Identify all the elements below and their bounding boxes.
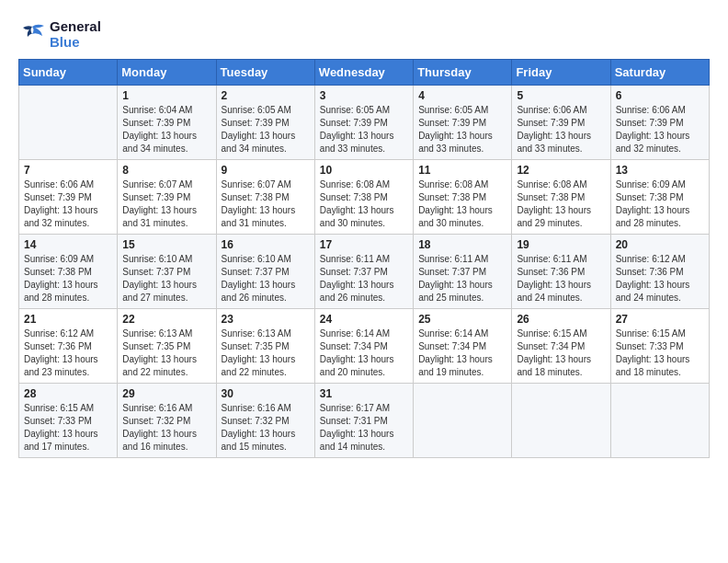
day-info: Sunrise: 6:05 AM Sunset: 7:39 PM Dayligh…: [320, 104, 408, 155]
day-number: 25: [418, 313, 506, 326]
day-info: Sunrise: 6:17 AM Sunset: 7:31 PM Dayligh…: [320, 402, 408, 454]
day-info: Sunrise: 6:13 AM Sunset: 7:35 PM Dayligh…: [122, 327, 210, 379]
day-number: 14: [24, 238, 112, 251]
calendar-cell: [610, 384, 709, 458]
day-number: 1: [122, 89, 210, 102]
day-info: Sunrise: 6:08 AM Sunset: 7:38 PM Dayligh…: [320, 178, 408, 230]
calendar-body: 1Sunrise: 6:04 AM Sunset: 7:39 PM Daylig…: [19, 86, 710, 458]
calendar-cell: 23Sunrise: 6:13 AM Sunset: 7:35 PM Dayli…: [216, 309, 314, 384]
calendar-cell: 2Sunrise: 6:05 AM Sunset: 7:39 PM Daylig…: [216, 86, 314, 160]
calendar-cell: 22Sunrise: 6:13 AM Sunset: 7:35 PM Dayli…: [118, 309, 216, 384]
day-info: Sunrise: 6:12 AM Sunset: 7:36 PM Dayligh…: [24, 327, 112, 379]
day-number: 2: [222, 89, 310, 102]
day-number: 17: [320, 238, 408, 251]
calendar-cell: 20Sunrise: 6:12 AM Sunset: 7:36 PM Dayli…: [610, 235, 709, 309]
day-number: 8: [122, 164, 210, 177]
day-info: Sunrise: 6:09 AM Sunset: 7:38 PM Dayligh…: [616, 178, 704, 230]
calendar-cell: 28Sunrise: 6:15 AM Sunset: 7:33 PM Dayli…: [19, 384, 118, 458]
column-header-saturday: Saturday: [610, 60, 709, 86]
calendar-cell: 15Sunrise: 6:10 AM Sunset: 7:37 PM Dayli…: [118, 235, 216, 309]
day-info: Sunrise: 6:04 AM Sunset: 7:39 PM Dayligh…: [122, 104, 210, 155]
day-number: 7: [24, 164, 112, 177]
column-header-thursday: Thursday: [414, 60, 512, 86]
calendar-cell: 16Sunrise: 6:10 AM Sunset: 7:37 PM Dayli…: [216, 235, 314, 309]
column-header-friday: Friday: [512, 60, 610, 86]
calendar-cell: 29Sunrise: 6:16 AM Sunset: 7:32 PM Dayli…: [118, 384, 216, 458]
calendar-cell: 10Sunrise: 6:08 AM Sunset: 7:38 PM Dayli…: [314, 160, 413, 235]
day-number: 15: [122, 238, 210, 251]
column-header-tuesday: Tuesday: [216, 60, 314, 86]
day-info: Sunrise: 6:14 AM Sunset: 7:34 PM Dayligh…: [418, 327, 506, 379]
day-info: Sunrise: 6:15 AM Sunset: 7:33 PM Dayligh…: [616, 327, 704, 379]
day-number: 24: [320, 313, 408, 326]
day-number: 13: [616, 164, 704, 177]
calendar-header-row: SundayMondayTuesdayWednesdayThursdayFrid…: [19, 60, 710, 86]
day-info: Sunrise: 6:11 AM Sunset: 7:37 PM Dayligh…: [320, 253, 408, 304]
day-info: Sunrise: 6:09 AM Sunset: 7:38 PM Dayligh…: [24, 253, 112, 304]
logo-text: General Blue: [50, 18, 101, 50]
day-number: 3: [320, 89, 408, 102]
day-number: 30: [222, 387, 310, 400]
day-number: 20: [616, 238, 704, 251]
page-header: General Blue: [18, 18, 710, 50]
calendar-cell: 11Sunrise: 6:08 AM Sunset: 7:38 PM Dayli…: [414, 160, 512, 235]
day-info: Sunrise: 6:16 AM Sunset: 7:32 PM Dayligh…: [222, 402, 310, 454]
calendar-cell: 27Sunrise: 6:15 AM Sunset: 7:33 PM Dayli…: [610, 309, 709, 384]
calendar-cell: [414, 384, 512, 458]
day-number: 11: [418, 164, 506, 177]
calendar-cell: [512, 384, 610, 458]
day-info: Sunrise: 6:15 AM Sunset: 7:33 PM Dayligh…: [24, 402, 112, 454]
calendar-cell: 7Sunrise: 6:06 AM Sunset: 7:39 PM Daylig…: [19, 160, 118, 235]
day-info: Sunrise: 6:08 AM Sunset: 7:38 PM Dayligh…: [517, 178, 605, 230]
column-header-monday: Monday: [118, 60, 216, 86]
calendar-cell: [19, 86, 118, 160]
day-number: 19: [517, 238, 605, 251]
calendar-week-row: 28Sunrise: 6:15 AM Sunset: 7:33 PM Dayli…: [19, 384, 710, 458]
calendar-cell: 25Sunrise: 6:14 AM Sunset: 7:34 PM Dayli…: [414, 309, 512, 384]
day-info: Sunrise: 6:14 AM Sunset: 7:34 PM Dayligh…: [320, 327, 408, 379]
day-info: Sunrise: 6:15 AM Sunset: 7:34 PM Dayligh…: [517, 327, 605, 379]
calendar-cell: 9Sunrise: 6:07 AM Sunset: 7:38 PM Daylig…: [216, 160, 314, 235]
day-number: 26: [517, 313, 605, 326]
day-info: Sunrise: 6:06 AM Sunset: 7:39 PM Dayligh…: [616, 104, 704, 155]
day-number: 23: [222, 313, 310, 326]
calendar-cell: 26Sunrise: 6:15 AM Sunset: 7:34 PM Dayli…: [512, 309, 610, 384]
calendar-cell: 3Sunrise: 6:05 AM Sunset: 7:39 PM Daylig…: [314, 86, 413, 160]
column-header-sunday: Sunday: [19, 60, 118, 86]
day-number: 16: [222, 238, 310, 251]
calendar-cell: 24Sunrise: 6:14 AM Sunset: 7:34 PM Dayli…: [314, 309, 413, 384]
day-number: 10: [320, 164, 408, 177]
calendar-cell: 17Sunrise: 6:11 AM Sunset: 7:37 PM Dayli…: [314, 235, 413, 309]
day-number: 18: [418, 238, 506, 251]
calendar-cell: 4Sunrise: 6:05 AM Sunset: 7:39 PM Daylig…: [414, 86, 512, 160]
day-info: Sunrise: 6:08 AM Sunset: 7:38 PM Dayligh…: [418, 178, 506, 230]
day-info: Sunrise: 6:05 AM Sunset: 7:39 PM Dayligh…: [222, 104, 310, 155]
day-number: 6: [616, 89, 704, 102]
day-info: Sunrise: 6:10 AM Sunset: 7:37 PM Dayligh…: [122, 253, 210, 304]
calendar-week-row: 14Sunrise: 6:09 AM Sunset: 7:38 PM Dayli…: [19, 235, 710, 309]
day-info: Sunrise: 6:13 AM Sunset: 7:35 PM Dayligh…: [222, 327, 310, 379]
day-info: Sunrise: 6:11 AM Sunset: 7:37 PM Dayligh…: [418, 253, 506, 304]
calendar-cell: 1Sunrise: 6:04 AM Sunset: 7:39 PM Daylig…: [118, 86, 216, 160]
day-info: Sunrise: 6:07 AM Sunset: 7:39 PM Dayligh…: [122, 178, 210, 230]
calendar-cell: 13Sunrise: 6:09 AM Sunset: 7:38 PM Dayli…: [610, 160, 709, 235]
calendar-cell: 18Sunrise: 6:11 AM Sunset: 7:37 PM Dayli…: [414, 235, 512, 309]
calendar-cell: 19Sunrise: 6:11 AM Sunset: 7:36 PM Dayli…: [512, 235, 610, 309]
logo: General Blue: [18, 18, 101, 50]
day-number: 4: [418, 89, 506, 102]
day-number: 28: [24, 387, 112, 400]
day-info: Sunrise: 6:10 AM Sunset: 7:37 PM Dayligh…: [222, 253, 310, 304]
day-info: Sunrise: 6:11 AM Sunset: 7:36 PM Dayligh…: [517, 253, 605, 304]
calendar-cell: 21Sunrise: 6:12 AM Sunset: 7:36 PM Dayli…: [19, 309, 118, 384]
day-info: Sunrise: 6:12 AM Sunset: 7:36 PM Dayligh…: [616, 253, 704, 304]
calendar-cell: 5Sunrise: 6:06 AM Sunset: 7:39 PM Daylig…: [512, 86, 610, 160]
day-number: 27: [616, 313, 704, 326]
day-info: Sunrise: 6:06 AM Sunset: 7:39 PM Dayligh…: [24, 178, 112, 230]
calendar-cell: 12Sunrise: 6:08 AM Sunset: 7:38 PM Dayli…: [512, 160, 610, 235]
day-info: Sunrise: 6:05 AM Sunset: 7:39 PM Dayligh…: [418, 104, 506, 155]
calendar-table: SundayMondayTuesdayWednesdayThursdayFrid…: [18, 59, 710, 458]
column-header-wednesday: Wednesday: [314, 60, 413, 86]
day-number: 5: [517, 89, 605, 102]
calendar-week-row: 1Sunrise: 6:04 AM Sunset: 7:39 PM Daylig…: [19, 86, 710, 160]
day-number: 31: [320, 387, 408, 400]
